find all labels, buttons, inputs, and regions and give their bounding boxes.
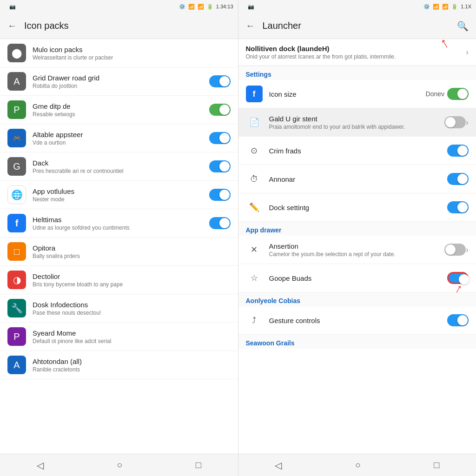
item-icon: □ (7, 242, 26, 261)
item-title: Dock settintg (269, 204, 448, 212)
time-display: 1.34:13 (216, 4, 233, 9)
wifi-icon: 📶 (188, 4, 195, 10)
settings-item-gald[interactable]: 📄 Gald U gir stent Praia amoltomolr end … (238, 108, 476, 137)
item-title: Dectolior (33, 272, 231, 280)
item-text: Opitora Bally snalira prders (33, 244, 231, 259)
home-nav-button[interactable]: ○ (106, 456, 133, 474)
banner-text: Nollitiven dock (laundeH) Onid your of a… (246, 45, 466, 60)
seawoon-section-header: Seawoon Grails (238, 335, 476, 349)
settings-item-gesture[interactable]: ⤴ Gesture controls (238, 306, 476, 335)
item-text: Ansertion Camelor the youm.lbe selection… (269, 242, 445, 258)
item-value: Donev (426, 90, 444, 98)
toggle-switch[interactable] (444, 244, 466, 256)
left-nav-bar: ◁ ○ □ (0, 454, 238, 476)
chevron-right-icon: › (466, 118, 469, 127)
list-item[interactable]: 🔧 Dosk Infodections Pase these nouls des… (0, 294, 238, 323)
settings-scroll: Settings f Icon size Donev 📄 Gald U gir … (238, 66, 476, 454)
list-item[interactable]: 🎮 Altable appsteer Vde a ourtion (0, 124, 238, 152)
toggle-switch[interactable] (447, 272, 469, 284)
item-title: Helttimas (33, 216, 209, 224)
item-title: Crim frads (269, 147, 448, 155)
item-title: Gald U gir stent (269, 115, 445, 123)
gesture-icon: ⤴ (246, 312, 263, 329)
list-item[interactable]: □ Opitora Bally snalira prders (0, 238, 238, 266)
item-icon: 🔧 (7, 299, 26, 317)
banner-title: Nollitiven dock (laundeH) (246, 45, 466, 53)
item-title: Dosk Infodections (33, 301, 231, 309)
item-subtitle: Bris tony byceme bloath to any pape (33, 281, 231, 288)
item-text: Gesture controls (269, 317, 448, 324)
right-status-left: 📷 (243, 4, 254, 10)
item-text: Helttimas Udne as lourge sofdred you cun… (33, 216, 209, 231)
item-icon: ◑ (7, 271, 26, 289)
toggle-switch[interactable] (209, 132, 231, 144)
facebook-icon: f (246, 86, 263, 102)
toggle-switch[interactable] (447, 145, 469, 157)
back-button[interactable]: ← (7, 20, 17, 31)
right-nav-bar: ◁ ○ □ (238, 454, 476, 476)
item-icon: 🎮 (7, 129, 26, 147)
item-text: Crim frads (269, 147, 448, 155)
item-text: Dock settintg (269, 204, 448, 212)
signal-icon: 📶 (442, 4, 449, 10)
banner-subtitle: Onid your of atorrest Icanes ar the from… (246, 53, 466, 60)
item-title: Grid Drawer road grid (33, 74, 209, 82)
list-item[interactable]: G Dack Pres hescrablle ari re or contnou… (0, 152, 238, 181)
wifi-icon: 📶 (433, 4, 439, 10)
list-item[interactable]: P Gme ditp de Resable setwogs (0, 96, 238, 124)
item-text: Ahtotondan (all) Ranible cracletonts (33, 357, 231, 373)
settings-item-goope[interactable]: ☆ Goope Buads (238, 264, 476, 292)
toggle-switch[interactable] (447, 88, 469, 100)
toggle-switch[interactable] (209, 189, 231, 201)
list-item[interactable]: A Ahtotondan (all) Ranible cracletonts (0, 351, 238, 379)
item-icon: P (7, 327, 26, 346)
item-subtitle: Pase these nouls desectou! (33, 310, 231, 316)
item-title: Ahtotondan (all) (33, 357, 231, 365)
recent-nav-button[interactable]: □ (423, 456, 450, 474)
left-status-bar: 📷 ⚙️ 📶 📶 🔋 1.34:13 (0, 0, 238, 13)
top-banner[interactable]: Nollitiven dock (laundeH) Onid your of a… (238, 39, 476, 66)
toggle-switch[interactable] (447, 314, 469, 326)
camera-icon: 📷 (9, 4, 16, 10)
settings-item-crim[interactable]: ⊙ Crim frads (238, 137, 476, 165)
toggle-switch[interactable] (209, 104, 231, 116)
item-title: Annonar (269, 175, 448, 183)
camera-icon: 📷 (248, 4, 254, 10)
page-title: Launcher (263, 20, 301, 31)
toggle-switch[interactable] (209, 160, 231, 172)
list-item[interactable]: P Syeard Mome Defaull ot pinore like adc… (0, 323, 238, 351)
item-subtitle: Nester mode (33, 196, 209, 203)
left-status-right: ⚙️ 📶 📶 🔋 1.34:13 (179, 4, 233, 10)
list-item[interactable]: ⬤ Mulo icon packs Welrasseltant is clurt… (0, 39, 238, 67)
toggle-switch[interactable] (444, 116, 466, 128)
item-title: Altable appsteer (33, 131, 209, 139)
toggle-switch[interactable] (209, 217, 231, 229)
home-nav-button[interactable]: ○ (344, 456, 372, 474)
back-nav-button[interactable]: ◁ (26, 456, 55, 475)
item-title: Dack (33, 159, 209, 167)
list-item[interactable]: A Grid Drawer road grid Robilta do joott… (0, 67, 238, 96)
list-item[interactable]: ◑ Dectolior Bris tony byceme bloath to a… (0, 266, 238, 294)
toggle-switch[interactable] (447, 201, 469, 213)
back-nav-button[interactable]: ◁ (264, 456, 293, 475)
item-title: Opitora (33, 244, 231, 252)
back-button[interactable]: ← (246, 20, 255, 31)
item-title: Syeard Mome (33, 329, 231, 337)
settings-item-annonar[interactable]: ⏱ Annonar (238, 165, 476, 193)
settings-item-ansertion[interactable]: ✕ Ansertion Camelor the youm.lbe selecti… (238, 236, 476, 264)
app-drawer-section-header: App drawer (238, 222, 476, 236)
search-icon[interactable]: 🔍 (457, 20, 469, 32)
list-item[interactable]: 🌐 App votlulues Nester mode (0, 181, 238, 209)
toggle-switch[interactable] (447, 173, 469, 185)
item-subtitle: Bally snalira prders (33, 253, 231, 259)
recent-nav-button[interactable]: □ (185, 456, 212, 474)
right-status-right: ⚙️ 📶 📶 🔋 1.1X (423, 4, 471, 10)
item-text: Gme ditp de Resable setwogs (33, 102, 209, 118)
item-subtitle: Welrasseltant is clurte or paclser (33, 54, 231, 61)
list-item[interactable]: f Helttimas Udne as lourge sofdred you c… (0, 209, 238, 238)
item-subtitle: Defaull ot pinore like adcit serial (33, 338, 231, 344)
item-text: Goope Buads (269, 274, 448, 282)
toggle-switch[interactable] (209, 75, 231, 87)
settings-item-icon-size[interactable]: f Icon size Donev (238, 80, 476, 108)
settings-item-dock[interactable]: ✏️ Dock settintg (238, 193, 476, 222)
